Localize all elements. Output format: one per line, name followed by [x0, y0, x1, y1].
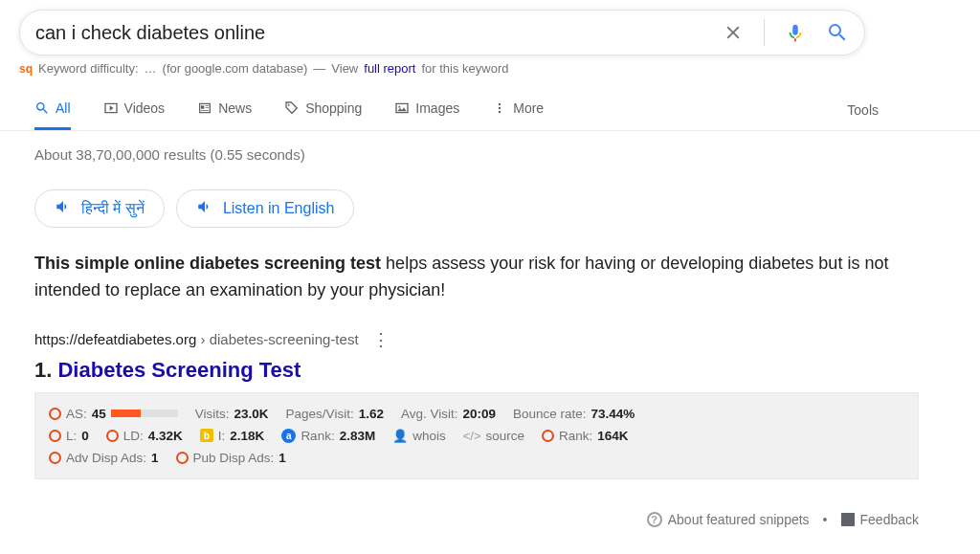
chip-label: हिन्दी में सुनें — [81, 200, 145, 217]
listen-english-chip[interactable]: Listen in English — [176, 189, 355, 228]
kd-label: Keyword difficulty: — [38, 61, 139, 76]
circle-icon — [49, 452, 61, 464]
alexa-icon: a — [281, 429, 296, 443]
svg-point-4 — [499, 111, 501, 113]
kd-sep: — — [313, 61, 325, 76]
shopping-icon — [284, 100, 300, 116]
seo-source[interactable]: </> source — [463, 429, 524, 443]
feedback-link[interactable]: Feedback — [841, 512, 919, 527]
seo-whois[interactable]: 👤 whois — [392, 429, 446, 443]
news-icon — [197, 100, 212, 116]
seo-as[interactable]: AS: 45 — [49, 407, 178, 421]
tab-label: More — [513, 100, 544, 116]
code-icon: </> — [463, 429, 481, 443]
speaker-icon — [55, 198, 72, 219]
tools-button[interactable]: Tools — [847, 89, 879, 129]
speaker-icon — [196, 198, 213, 219]
as-bar — [111, 410, 178, 417]
svg-point-1 — [399, 106, 401, 108]
result-title-row: 1. Diabetes Screening Test — [34, 358, 919, 383]
mic-icon[interactable] — [784, 21, 807, 44]
search-bar — [19, 10, 865, 55]
circle-icon — [176, 452, 189, 464]
kd-tail: for this keyword — [421, 61, 508, 76]
kd-db: (for google.com database) — [163, 61, 308, 76]
result-stats: About 38,70,00,000 results (0.55 seconds… — [34, 146, 919, 163]
seo-metrics-box: AS: 45 Visits: 23.0K Pages/Visit: 1.62 A… — [34, 392, 919, 479]
seo-pagespervisit: Pages/Visit: 1.62 — [286, 407, 384, 421]
chip-label: Listen in English — [223, 200, 335, 217]
bing-icon: b — [200, 429, 213, 442]
person-icon: 👤 — [392, 429, 408, 443]
tab-label: All — [56, 100, 71, 116]
about-featured-snippets-link[interactable]: ? About featured snippets — [647, 512, 810, 527]
more-dots-icon — [492, 100, 507, 116]
circle-icon — [49, 408, 61, 420]
snippet-bold: This simple online diabetes screening te… — [34, 254, 381, 273]
keyword-difficulty-row: sq Keyword difficulty: … (for google.com… — [0, 55, 980, 79]
search-small-icon — [34, 100, 50, 116]
tab-videos[interactable]: Videos — [103, 87, 166, 130]
circle-icon — [106, 430, 119, 442]
cite-host: https://defeatdiabetes.org — [34, 331, 196, 347]
search-icon[interactable] — [826, 21, 849, 44]
tab-all[interactable]: All — [34, 87, 71, 130]
seo-visits: Visits: 23.0K — [195, 407, 269, 421]
seo-pub-ads[interactable]: Pub Disp Ads: 1 — [176, 451, 286, 465]
listen-hindi-chip[interactable]: हिन्दी में सुनें — [34, 189, 165, 228]
search-input[interactable] — [35, 22, 722, 44]
snippet-footer: ? About featured snippets • Feedback — [34, 512, 919, 529]
seo-alexa-rank[interactable]: a Rank: 2.83M — [281, 429, 375, 443]
kd-loading: … — [145, 61, 157, 76]
result-title-link[interactable]: Diabetes Screening Test — [57, 358, 301, 382]
tab-news[interactable]: News — [197, 87, 252, 130]
svg-point-0 — [288, 104, 290, 106]
search-tabs: All Videos News Shopping Images — [0, 87, 980, 131]
seo-bing-index[interactable]: b I: 2.18K — [200, 429, 265, 443]
clear-icon[interactable] — [722, 21, 745, 44]
video-icon — [103, 100, 119, 116]
tab-more[interactable]: More — [492, 87, 544, 130]
kd-view: View — [331, 61, 358, 76]
images-icon — [394, 100, 410, 116]
tab-label: Shopping — [305, 100, 362, 116]
feedback-icon — [841, 513, 855, 526]
cite-path: › diabetes-screening-test — [196, 331, 358, 347]
seo-avgvisit: Avg. Visit: 20:09 — [401, 407, 496, 421]
tab-label: News — [218, 100, 252, 116]
featured-snippet: This simple online diabetes screening te… — [34, 251, 896, 304]
circle-icon — [49, 430, 61, 442]
dot-separator: • — [823, 512, 828, 527]
full-report-link[interactable]: full report — [364, 61, 415, 76]
svg-point-2 — [499, 103, 501, 105]
tab-label: Videos — [124, 100, 166, 116]
tab-images[interactable]: Images — [394, 87, 459, 130]
svg-point-3 — [499, 107, 501, 109]
tab-label: Images — [415, 100, 459, 116]
result-menu-icon[interactable]: ⋮ — [368, 329, 393, 350]
seo-bounce: Bounce rate: 73.44% — [513, 407, 635, 421]
result-number: 1. — [34, 358, 52, 382]
seo-ld[interactable]: LD: 4.32K — [106, 429, 183, 443]
seo-adv-ads[interactable]: Adv Disp Ads: 1 — [49, 451, 159, 465]
seoquake-badge-icon: sq — [19, 62, 33, 76]
divider — [764, 19, 765, 46]
seo-l[interactable]: L: 0 — [49, 429, 89, 443]
help-icon: ? — [647, 512, 662, 527]
seo-semrush-rank[interactable]: Rank: 164K — [542, 429, 629, 443]
circle-icon — [542, 430, 554, 442]
tab-shopping[interactable]: Shopping — [284, 87, 362, 130]
result-cite: https://defeatdiabetes.org › diabetes-sc… — [34, 329, 919, 350]
